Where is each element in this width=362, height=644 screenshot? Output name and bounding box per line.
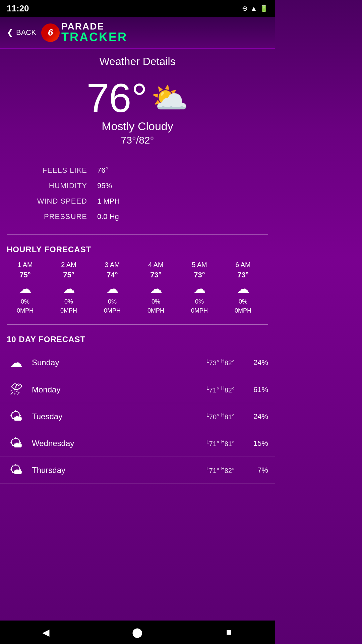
hour-label: 6 AM	[235, 261, 251, 269]
hour-precip: 0%	[108, 298, 117, 305]
wind-speed-value: 1 MPH	[97, 197, 120, 206]
day-weather-icon: 🌤	[7, 436, 25, 450]
day-row: ⛈ Monday L71° H82° 61%	[0, 376, 275, 403]
ten-day-list: ☁ Sunday L73° H82° 24% ⛈ Monday L71° H82…	[0, 349, 275, 484]
status-icons: ⊖ ▲ 🔋	[242, 4, 268, 12]
page-title: Weather Details	[0, 49, 275, 71]
wifi-icon: ▲	[250, 5, 257, 12]
day-row: ☁ Sunday L73° H82° 24%	[0, 349, 275, 376]
tracker-text: TRACKER	[61, 31, 127, 43]
temp-high: 82°	[139, 135, 154, 146]
app-header: ❮ BACK 6 PARADE TRACKER	[0, 17, 275, 49]
temp-display: 76° ⛅	[0, 78, 275, 118]
hour-item: 3 AM 74° ☁ 0% 0MPH	[90, 259, 134, 316]
hour-item: 2 AM 75° ☁ 0% 0MPH	[47, 259, 90, 316]
day-name: Tuesday	[32, 412, 161, 421]
day-name: Sunday	[32, 358, 161, 367]
day-weather-icon: ⛈	[7, 382, 25, 397]
weather-condition-icon: ⛅	[151, 80, 188, 116]
back-label: BACK	[16, 28, 36, 37]
feels-like-row: FEELS LIKE 76°	[20, 163, 255, 178]
hour-temp: 75°	[19, 271, 31, 279]
nav-recent-icon: ■	[226, 627, 232, 638]
hour-temp: 73°	[237, 271, 248, 279]
day-name: Wednesday	[32, 439, 161, 448]
nav-back-icon: ◀	[42, 627, 50, 638]
hour-wind: 0MPH	[147, 307, 164, 314]
wdsu-logo: 6	[41, 23, 60, 42]
hour-label: 5 AM	[192, 261, 207, 269]
hourly-section-title: HOURLY FORECAST	[0, 238, 275, 259]
hour-precip: 0%	[195, 298, 204, 305]
current-temperature: 76°	[86, 78, 147, 118]
hour-temp: 74°	[107, 271, 118, 279]
humidity-value: 95%	[97, 181, 112, 190]
parade-tracker-logo: PARADE TRACKER	[61, 22, 127, 43]
hour-precip: 0%	[152, 298, 160, 305]
main-weather: 76° ⛅ Mostly Cloudy 73°/82°	[0, 71, 275, 153]
nav-home-icon: ⬤	[132, 627, 142, 638]
hour-wind: 0MPH	[235, 307, 251, 314]
nav-recent-button[interactable]: ■	[219, 624, 239, 641]
day-name: Thursday	[32, 466, 161, 475]
day-precip: 15%	[241, 439, 268, 448]
hour-precip: 0%	[64, 298, 73, 305]
hour-weather-icon: ☁	[193, 281, 206, 296]
nav-home-button[interactable]: ⬤	[127, 624, 147, 641]
hour-wind: 0MPH	[60, 307, 77, 314]
day-row: 🌤 Wednesday L71° H81° 15%	[0, 430, 275, 457]
day-precip: 61%	[241, 385, 268, 394]
hour-precip: 0%	[21, 298, 29, 305]
hour-item: 5 AM 73° ☁ 0% 0MPH	[178, 259, 221, 316]
day-name: Monday	[32, 385, 161, 394]
wind-speed-row: WIND SPEED 1 MPH	[20, 194, 255, 209]
pressure-value: 0.0 Hg	[97, 212, 119, 221]
battery-icon: 🔋	[260, 4, 268, 12]
logo-area: 6 PARADE TRACKER	[41, 22, 127, 43]
day-row: 🌤 Thursday L71° H82° 7%	[0, 457, 275, 484]
pressure-label: PRESSURE	[20, 212, 87, 221]
day-row: 🌤 Tuesday L70° H81° 24%	[0, 403, 275, 430]
humidity-row: HUMIDITY 95%	[20, 178, 255, 194]
wind-speed-label: WIND SPEED	[20, 197, 87, 206]
nav-back-button[interactable]: ◀	[36, 624, 56, 641]
hour-label: 1 AM	[17, 261, 33, 269]
feels-like-value: 76°	[97, 166, 108, 175]
hour-wind: 0MPH	[191, 307, 208, 314]
status-bar: 11:20 ⊖ ▲ 🔋	[0, 0, 275, 17]
hour-weather-icon: ☁	[19, 281, 32, 296]
hourly-scroll[interactable]: 1 AM 75° ☁ 0% 0MPH 2 AM 75° ☁ 0% 0MPH 3 …	[0, 259, 275, 321]
hourly-forecast-section: HOURLY FORECAST 1 AM 75° ☁ 0% 0MPH 2 AM …	[0, 238, 275, 321]
hour-weather-icon: ☁	[62, 281, 75, 296]
hour-weather-icon: ☁	[149, 281, 162, 296]
hour-label: 4 AM	[148, 261, 164, 269]
feels-like-label: FEELS LIKE	[20, 166, 87, 175]
hour-item: 6 AM 73° ☁ 0% 0MPH	[221, 259, 265, 316]
status-time: 11:20	[7, 3, 29, 14]
condition-text: Mostly Cloudy	[0, 120, 275, 133]
day-temps: L71° H82°	[168, 385, 235, 394]
back-arrow-icon: ❮	[7, 28, 13, 37]
hour-item: 4 AM 73° ☁ 0% 0MPH	[134, 259, 178, 316]
day-precip: 24%	[241, 412, 268, 421]
day-temps: L71° H81°	[168, 439, 235, 448]
logo-number: 6	[48, 27, 53, 38]
section-divider-2	[7, 324, 268, 325]
hour-temp: 73°	[150, 271, 161, 279]
hour-weather-icon: ☁	[106, 281, 119, 296]
day-weather-icon: 🌤	[7, 409, 25, 424]
bottom-navigation: ◀ ⬤ ■	[0, 621, 275, 644]
pressure-row: PRESSURE 0.0 Hg	[20, 209, 255, 224]
weather-details: FEELS LIKE 76° HUMIDITY 95% WIND SPEED 1…	[0, 156, 275, 231]
hour-temp: 73°	[194, 271, 205, 279]
day-temps: L73° H82°	[168, 358, 235, 367]
section-divider	[7, 234, 268, 235]
hour-label: 2 AM	[61, 261, 76, 269]
parade-text: PARADE	[61, 22, 127, 31]
hour-wind: 0MPH	[17, 307, 34, 314]
hour-temp: 75°	[63, 271, 74, 279]
hour-label: 3 AM	[105, 261, 120, 269]
day-temps: L71° H82°	[168, 466, 235, 475]
back-button[interactable]: ❮ BACK	[7, 28, 36, 37]
do-not-disturb-icon: ⊖	[242, 4, 248, 12]
